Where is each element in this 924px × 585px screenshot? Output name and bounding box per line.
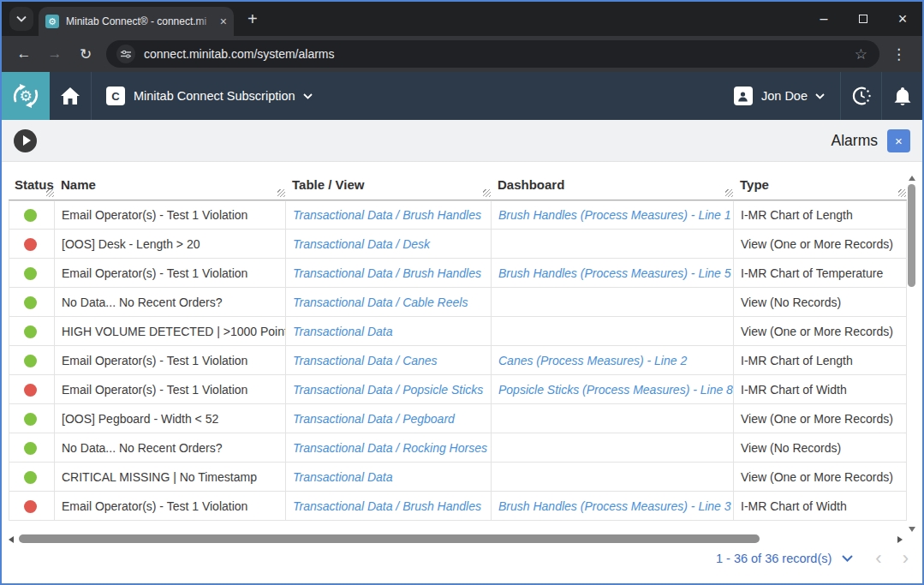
header-right: Jon Doe bbox=[722, 72, 922, 120]
table-view-link[interactable]: Transactional Data / Brush Handles bbox=[293, 499, 481, 513]
status-cell bbox=[9, 433, 55, 463]
table-view-cell: Transactional Data / Brush Handles bbox=[286, 259, 492, 288]
type-cell: I-MR Chart of Length bbox=[734, 346, 907, 375]
status-green-icon bbox=[24, 471, 37, 484]
dashboard-cell: Brush Handles (Process Measures) - Line … bbox=[492, 200, 734, 230]
table-row[interactable]: Email Operator(s) - Test 1 ViolationTran… bbox=[9, 375, 907, 404]
table-view-link[interactable]: Transactional Data / Popsicle Sticks bbox=[293, 383, 483, 397]
table-view-link[interactable]: Transactional Data bbox=[293, 325, 392, 338]
table-view-link[interactable]: Transactional Data / Brush Handles bbox=[293, 208, 481, 222]
scroll-left-icon[interactable] bbox=[9, 536, 14, 543]
run-button[interactable] bbox=[14, 129, 37, 152]
type-cell: View (One or More Records) bbox=[734, 463, 907, 492]
table-row[interactable]: Email Operator(s) - Test 1 ViolationTran… bbox=[9, 200, 907, 230]
column-header-type[interactable]: Type bbox=[734, 170, 907, 200]
table-row[interactable]: Email Operator(s) - Test 1 ViolationTran… bbox=[9, 259, 907, 288]
table-row[interactable]: Email Operator(s) - Test 1 ViolationTran… bbox=[9, 346, 907, 375]
vertical-scrollbar-thumb[interactable] bbox=[908, 184, 915, 287]
address-bar[interactable]: connect.minitab.com/system/alarms ☆ bbox=[106, 40, 879, 68]
horizontal-scrollbar[interactable] bbox=[9, 534, 903, 544]
type-cell: View (One or More Records) bbox=[734, 404, 907, 433]
maximize-button[interactable] bbox=[844, 2, 883, 36]
table-view-cell: Transactional Data / Cable Reels bbox=[286, 288, 492, 317]
user-name: Jon Doe bbox=[761, 89, 808, 103]
subscription-chevron-icon[interactable] bbox=[303, 93, 313, 99]
status-cell bbox=[9, 492, 55, 521]
name-cell: [OOS] Desk - Length > 20 bbox=[55, 230, 286, 259]
table-view-link[interactable]: Transactional Data / Pegboard bbox=[293, 412, 455, 426]
status-green-icon bbox=[24, 209, 37, 222]
dashboard-link[interactable]: Brush Handles (Process Measures) - Line … bbox=[498, 499, 731, 513]
table-view-link[interactable]: Transactional Data / Brush Handles bbox=[293, 266, 481, 280]
table-view-cell: Transactional Data bbox=[286, 317, 492, 346]
record-count[interactable]: 1 - 36 of 36 record(s) bbox=[716, 552, 832, 565]
dashboard-cell bbox=[492, 288, 734, 317]
table-view-link[interactable]: Transactional Data / Rocking Horses bbox=[293, 441, 487, 455]
name-cell: No Data... No Recent Orders? bbox=[55, 433, 286, 463]
table-row[interactable]: [OOS] Pegboard - Width < 52Transactional… bbox=[9, 404, 907, 433]
scroll-right-icon[interactable] bbox=[897, 536, 903, 543]
next-page-button[interactable]: › bbox=[903, 549, 909, 568]
table-view-link[interactable]: Transactional Data / Canes bbox=[293, 354, 438, 367]
person-icon bbox=[737, 91, 748, 102]
name-cell: CRITICAL MISSING | No Timestamp bbox=[55, 463, 286, 492]
back-button[interactable]: ← bbox=[10, 40, 38, 68]
column-header-status[interactable]: Status bbox=[9, 170, 55, 200]
night-mode-schedule-button[interactable] bbox=[841, 72, 881, 120]
previous-page-button[interactable]: ‹ bbox=[875, 549, 881, 568]
column-header-table-view[interactable]: Table / View bbox=[286, 170, 492, 200]
minitab-connect-logo[interactable]: ⚙ bbox=[2, 72, 50, 120]
new-tab-button[interactable]: + bbox=[247, 9, 258, 29]
type-cell: View (No Records) bbox=[734, 288, 907, 317]
table-row[interactable]: No Data... No Recent Orders?Transactiona… bbox=[9, 433, 907, 463]
chevron-down-icon bbox=[16, 15, 27, 22]
browser-window: ⚙ Minitab Connect® - connect.mi × + – × … bbox=[0, 0, 924, 585]
status-green-icon bbox=[24, 355, 37, 367]
column-header-dashboard[interactable]: Dashboard bbox=[492, 170, 734, 200]
table-row[interactable]: No Data... No Recent Orders?Transactiona… bbox=[9, 288, 907, 317]
status-cell bbox=[9, 463, 55, 492]
name-cell: [OOS] Pegboard - Width < 52 bbox=[55, 404, 286, 433]
table-view-cell: Transactional Data / Canes bbox=[286, 346, 492, 375]
vertical-scrollbar[interactable] bbox=[906, 170, 917, 534]
browser-tab-active[interactable]: ⚙ Minitab Connect® - connect.mi × bbox=[39, 7, 234, 36]
table-view-link[interactable]: Transactional Data / Desk bbox=[293, 237, 430, 251]
column-header-name[interactable]: Name bbox=[55, 170, 286, 200]
status-cell bbox=[9, 404, 55, 433]
table-row[interactable]: Email Operator(s) - Test 1 ViolationTran… bbox=[9, 492, 907, 521]
home-button[interactable] bbox=[50, 72, 91, 120]
subscription-selector[interactable]: Minitab Connect Subscription bbox=[134, 89, 295, 103]
notifications-button[interactable] bbox=[882, 72, 922, 120]
dashboard-link[interactable]: Brush Handles (Process Measures) - Line … bbox=[498, 266, 731, 280]
tab-search-button[interactable] bbox=[9, 7, 33, 31]
tab-close-icon[interactable]: × bbox=[220, 15, 227, 27]
dashboard-cell: Canes (Process Measures) - Line 2 bbox=[492, 346, 734, 375]
browser-menu-icon[interactable]: ⋮ bbox=[885, 45, 915, 63]
url-text[interactable]: connect.minitab.com/system/alarms bbox=[144, 47, 853, 61]
table-view-link[interactable]: Transactional Data / Cable Reels bbox=[293, 295, 468, 309]
scroll-up-icon[interactable] bbox=[909, 176, 915, 181]
site-info-icon[interactable] bbox=[116, 45, 135, 63]
scroll-down-icon[interactable] bbox=[909, 527, 915, 532]
horizontal-scrollbar-thumb[interactable] bbox=[19, 534, 760, 543]
table-view-cell: Transactional Data / Brush Handles bbox=[286, 492, 492, 521]
table-row[interactable]: HIGH VOLUME DETECTED | >1000 PointsTrans… bbox=[9, 317, 907, 346]
header-divider bbox=[91, 72, 92, 120]
dashboard-link[interactable]: Brush Handles (Process Measures) - Line … bbox=[498, 208, 731, 222]
table-row[interactable]: [OOS] Desk - Length > 20Transactional Da… bbox=[9, 230, 907, 259]
panel-close-button[interactable]: × bbox=[887, 129, 910, 152]
forward-button[interactable]: → bbox=[41, 40, 69, 68]
page-size-chevron-icon[interactable] bbox=[842, 555, 853, 562]
dashboard-link[interactable]: Canes (Process Measures) - Line 2 bbox=[498, 354, 687, 367]
type-cell: I-MR Chart of Length bbox=[734, 200, 907, 230]
user-menu-button[interactable]: Jon Doe bbox=[722, 72, 840, 120]
window-close-button[interactable]: × bbox=[883, 2, 922, 36]
status-cell bbox=[9, 288, 55, 317]
table-view-link[interactable]: Transactional Data bbox=[293, 470, 392, 484]
minimize-button[interactable]: – bbox=[804, 2, 844, 36]
status-red-icon bbox=[24, 238, 37, 251]
table-row[interactable]: CRITICAL MISSING | No TimestampTransacti… bbox=[9, 463, 907, 492]
bookmark-star-icon[interactable]: ☆ bbox=[853, 45, 869, 63]
dashboard-link[interactable]: Popsicle Sticks (Process Measures) - Lin… bbox=[498, 383, 733, 397]
refresh-button[interactable]: ↻ bbox=[72, 40, 99, 68]
